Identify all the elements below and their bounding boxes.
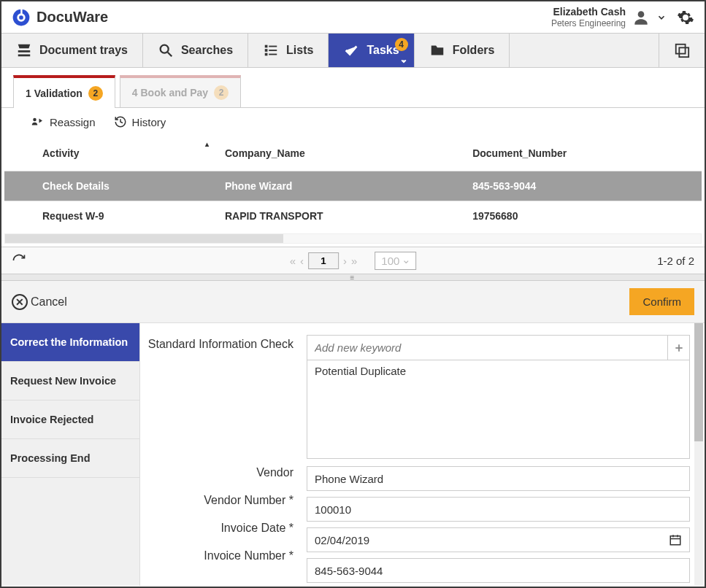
user-icon: [632, 8, 651, 27]
pager: « ‹ › » 100 1-2 of 2: [1, 247, 705, 274]
gear-icon[interactable]: [677, 9, 694, 26]
chevron-down-icon: [656, 12, 667, 23]
svg-rect-12: [269, 54, 277, 55]
sidebar-item-request-new[interactable]: Request New Invoice: [1, 362, 139, 401]
header-right: Elizabeth Cash Peters Engineering: [551, 6, 694, 28]
refresh-icon: [12, 253, 26, 268]
reassign-icon: [31, 115, 45, 128]
validation-badge: 2: [88, 86, 103, 101]
keyword-tag[interactable]: Potential Duplicate: [307, 360, 689, 382]
pager-first[interactable]: «: [290, 255, 296, 267]
sidebar-item-rejected[interactable]: Invoice Rejected: [1, 401, 139, 439]
label-vendor-number: Vendor Number *: [145, 487, 298, 514]
nav-lists[interactable]: Lists: [248, 34, 329, 67]
calendar-icon[interactable]: [669, 533, 682, 546]
task-subtabs: 1 Validation 2 4 Book and Pay 2: [1, 75, 705, 108]
cancel-button[interactable]: ✕ Cancel: [12, 294, 67, 310]
bookpay-badge: 2: [214, 85, 229, 100]
brand-text: DocuWare: [37, 9, 108, 26]
page-size-select[interactable]: 100: [375, 252, 416, 270]
invoice-number-field[interactable]: 845-563-9044: [307, 558, 690, 583]
vertical-scrollbar[interactable]: [694, 323, 703, 586]
svg-rect-13: [676, 45, 686, 54]
workspace-icon: [674, 42, 690, 58]
nav-folders[interactable]: Folders: [415, 34, 510, 67]
table-row[interactable]: Check Details Phone Wizard 845-563-9044: [4, 171, 702, 201]
subtab-book-and-pay[interactable]: 4 Book and Pay 2: [120, 75, 241, 107]
reassign-action[interactable]: Reassign: [31, 115, 96, 128]
svg-rect-11: [265, 53, 268, 56]
nav-document-trays[interactable]: Document trays: [1, 34, 143, 67]
pager-next[interactable]: ›: [343, 255, 347, 267]
tasks-badge: 4: [395, 38, 408, 51]
chevron-down-icon: [399, 57, 408, 66]
refresh-button[interactable]: [12, 253, 26, 268]
svg-point-5: [161, 45, 169, 53]
row-actions: Reassign History: [1, 108, 705, 136]
history-icon: [113, 115, 128, 128]
label-invoice-date: Invoice Date *: [145, 514, 298, 542]
vendor-field[interactable]: Phone Wizard: [307, 466, 690, 491]
main-nav: Document trays Searches Lists Tasks 4 Fo…: [1, 34, 705, 68]
label-vendor: Vendor: [145, 459, 298, 487]
drag-handle-icon: ≡: [350, 274, 356, 282]
svg-line-6: [168, 53, 172, 57]
tray-icon: [16, 42, 32, 58]
label-sic: Standard Information Check: [145, 335, 298, 459]
svg-rect-3: [20, 8, 22, 15]
plus-icon: [674, 343, 684, 353]
form-body: Correct the Information Request New Invo…: [1, 323, 705, 586]
svg-rect-7: [265, 45, 268, 48]
nav-workspace[interactable]: [659, 34, 705, 67]
nav-tasks[interactable]: Tasks 4: [329, 34, 414, 67]
svg-rect-9: [265, 49, 268, 52]
subtab-validation[interactable]: 1 Validation 2: [13, 75, 115, 108]
user-menu[interactable]: Elizabeth Cash Peters Engineering: [551, 6, 667, 28]
svg-point-4: [638, 11, 645, 18]
search-icon: [158, 42, 174, 58]
check-icon: [343, 42, 359, 58]
add-keyword-button[interactable]: [667, 336, 689, 360]
label-invoice-number: Invoice Number *: [145, 542, 298, 570]
splitter[interactable]: ≡: [1, 274, 705, 281]
app-header: DocuWare Elizabeth Cash Peters Engineeri…: [1, 1, 705, 34]
list-icon: [263, 42, 279, 58]
col-docnum[interactable]: Document_Number: [462, 136, 702, 171]
confirm-button[interactable]: Confirm: [629, 288, 694, 315]
table-row[interactable]: Request W-9 RAPID TRANSPORT 19756680: [4, 201, 702, 231]
page-input[interactable]: [308, 252, 339, 269]
keyword-input[interactable]: [307, 336, 667, 360]
sidebar-item-correct[interactable]: Correct the Information: [1, 323, 139, 362]
sidebar-item-processing-end[interactable]: Processing End: [1, 439, 139, 478]
form-main: Standard Information Check Vendor Vendor…: [140, 323, 705, 586]
history-action[interactable]: History: [113, 115, 166, 128]
svg-rect-18: [670, 536, 680, 545]
brand-logo-icon: [12, 8, 31, 27]
svg-point-2: [19, 15, 23, 20]
brand: DocuWare: [12, 8, 108, 27]
invoice-date-field[interactable]: 02/04/2019: [307, 527, 690, 552]
svg-rect-8: [269, 46, 277, 47]
keyword-list: Potential Duplicate: [307, 335, 690, 459]
svg-rect-10: [269, 50, 277, 51]
task-table: Activity▴ Company_Name Document_Number C…: [1, 136, 705, 231]
col-activity[interactable]: Activity▴: [32, 136, 215, 171]
pager-prev[interactable]: ‹: [300, 255, 304, 267]
pager-info: 1-2 of 2: [657, 255, 694, 267]
svg-point-15: [33, 118, 37, 122]
pager-last[interactable]: »: [351, 255, 357, 267]
decision-sidebar: Correct the Information Request New Invo…: [1, 323, 140, 586]
nav-searches[interactable]: Searches: [143, 34, 248, 67]
user-org: Peters Engineering: [551, 18, 626, 28]
user-name: Elizabeth Cash: [551, 6, 626, 18]
sort-asc-icon: ▴: [205, 140, 209, 148]
folder-icon: [429, 42, 445, 58]
form-header: ✕ Cancel Confirm: [1, 281, 705, 323]
svg-rect-14: [679, 48, 688, 58]
col-company[interactable]: Company_Name: [215, 136, 462, 171]
vendor-number-field[interactable]: 100010: [307, 497, 690, 522]
horizontal-scrollbar[interactable]: [4, 233, 702, 244]
close-icon: ✕: [12, 294, 28, 310]
